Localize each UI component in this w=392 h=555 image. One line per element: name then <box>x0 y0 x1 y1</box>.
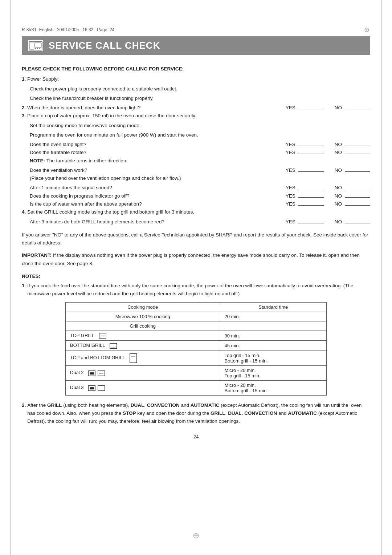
sub-q5-yn: YES NO <box>286 192 370 200</box>
item2-yes-line <box>298 109 324 109</box>
notes-title: NOTES: <box>22 274 370 279</box>
sub-q2-yn: YES NO <box>286 149 370 157</box>
note2-number: 2. <box>22 401 26 426</box>
title-banner: SERVICE CALL CHECK <box>22 36 370 55</box>
item2-no-line <box>345 109 370 109</box>
sub-q4-yn: YES NO <box>286 184 370 192</box>
table-cell-top-bottom-grill-time: Top grill - 15 min. Bottom grill - 15 mi… <box>220 351 326 365</box>
table-cell-grill-time <box>220 321 326 331</box>
item3-sub2: Programme the oven for one minute on ful… <box>22 131 370 139</box>
table-row-dual3: Dual 3 ■■ ⎯⎯ Micro - 20 min. Bottom gril… <box>66 380 327 395</box>
note2-body: After the GRILL (using both heating elem… <box>27 401 370 426</box>
sub-q6-text: Is the cup of water warm after the above… <box>30 200 286 208</box>
item4-sub: After 3 minutes do both GRILL heating el… <box>22 218 370 226</box>
cooking-table: Cooking mode Standard time Microwave 100… <box>65 302 327 395</box>
sub-q3-yn: YES NO <box>286 166 370 174</box>
service-note-text: If you answer "NO" to any of the above q… <box>22 232 368 246</box>
table-row-bottom-grill: BOTTOM GRILL ⎯⎯ 45 min. <box>66 341 327 351</box>
microwave-svg <box>29 41 42 50</box>
footer-crosshair-icon: ⊕ <box>193 531 199 540</box>
sub-q5: Does the cooking in progress indicator g… <box>22 192 370 200</box>
page-border-right <box>381 0 382 555</box>
header-crosshair-icon <box>363 26 370 33</box>
svg-rect-3 <box>35 48 36 49</box>
sub-q6-yn: YES NO <box>286 200 370 208</box>
important-text: If the display shows nothing even if the… <box>22 252 360 266</box>
page-border-left <box>10 0 11 555</box>
page-title: SERVICE CALL CHECK <box>49 40 160 51</box>
svg-rect-1 <box>30 42 34 49</box>
item3-label: Place a cup of water (approx. 150 ml) in… <box>27 113 196 118</box>
sub-q2: Does the turntable rotate? YES NO <box>22 149 370 157</box>
note1: 1. If you cook the food over the standar… <box>22 282 370 298</box>
item3-sub1: Set the cooking mode to microwave cookin… <box>22 122 370 130</box>
note2-automatic: AUTOMATIC <box>191 402 220 408</box>
page-number: 24 <box>22 434 370 439</box>
table-row-top-bottom-grill: TOP and BOTTOM GRILL ⋯⋯⎯⎯ Top grill - 15… <box>66 351 327 365</box>
sub-q1-text: Does the oven lamp light? <box>30 141 286 149</box>
table-cell-top-grill-time: 30 min. <box>220 331 326 341</box>
table-cell-top-bottom-grill-mode: TOP and BOTTOM GRILL ⋯⋯⎯⎯ <box>66 351 220 365</box>
check-item-1: 1. Power Supply: <box>22 75 370 83</box>
item2-yes: YES <box>286 104 324 112</box>
table-cell-microwave-time: 20 min. <box>220 312 326 321</box>
svg-rect-2 <box>35 42 41 48</box>
table-row-microwave: Microwave 100 % cooking 20 min. <box>66 312 327 321</box>
table-row-top-grill: TOP GRILL ⋯⋯ 30 min. <box>66 331 327 341</box>
table-cell-dual3-mode: Dual 3 ■■ ⎯⎯ <box>66 380 220 395</box>
table-cell-top-grill-mode: TOP GRILL ⋯⋯ <box>66 331 220 341</box>
table-cell-grill-label: Grill cooking <box>66 321 220 331</box>
sub-q4: After 1 minute does the signal sound? YE… <box>22 184 370 192</box>
note-label: NOTE: <box>30 158 45 163</box>
sub-q2-text: Does the turntable rotate? <box>30 149 286 157</box>
table-cell-bottom-grill-mode: BOTTOM GRILL ⎯⎯ <box>66 341 220 351</box>
item1-label: Power Supply: <box>27 76 59 82</box>
service-note-para: If you answer "NO" to any of the above q… <box>22 231 370 247</box>
item1-sub2: Check the line fuse/circuit breaker is f… <box>22 94 370 102</box>
table-cell-dual2-mode: Dual 2 ■■ ⋯⋯ <box>66 365 220 380</box>
item4-sub-text: After 3 minutes do both GRILL heating el… <box>30 218 286 226</box>
item2-number: 2. <box>22 105 26 110</box>
top-grill-icon: ⋯⋯ <box>99 333 106 339</box>
note1-body: If you cook the food over the standard t… <box>27 282 370 298</box>
appliance-icon <box>28 40 43 51</box>
dual3-icon-2: ⎯⎯ <box>98 385 105 391</box>
header-info: R-85ST English 20/01/2005 16:32 Page 24 <box>22 27 114 32</box>
note-turntable: NOTE: The turntable turns in either dire… <box>22 157 370 165</box>
item2-no: NO <box>335 104 370 112</box>
check-heading: PLEASE CHECK THE FOLLOWING BEFORE CALLIN… <box>22 65 370 73</box>
bottom-grill-icon: ⎯⎯ <box>110 343 117 349</box>
page-header: R-85ST English 20/01/2005 16:32 Page 24 <box>22 26 370 33</box>
item4-number: 4. <box>22 209 26 215</box>
item4-label: Set the GRILL cooking mode using the top… <box>27 209 194 215</box>
dual3-icon-1: ■■ <box>88 385 95 391</box>
sub-q1: Does the oven lamp light? YES NO <box>22 141 370 149</box>
item1-sub1: Check the power plug is properly connect… <box>22 85 370 93</box>
item2-label: When the door is opened, does the oven l… <box>27 105 140 110</box>
item3-number: 3. <box>22 113 26 118</box>
check-item-4: 4. Set the GRILL cooking mode using the … <box>22 208 370 216</box>
note2: 2. After the GRILL (using both heating e… <box>22 401 370 426</box>
table-row-grill-header: Grill cooking <box>66 321 327 331</box>
dual2-icon-1: ■■ <box>88 370 95 376</box>
important-para: IMPORTANT: If the display shows nothing … <box>22 251 370 268</box>
sub-q3: Does the ventilation work? YES NO <box>22 166 370 174</box>
note2-convection2: CONVECTION <box>244 410 277 416</box>
note2-grill2: GRILL <box>211 410 225 416</box>
table-cell-dual2-time: Micro - 20 min. Top grill - 15 min. <box>220 365 326 380</box>
sub-q6: Is the cup of water warm after the above… <box>22 200 370 208</box>
table-header-mode: Cooking mode <box>66 303 220 312</box>
ventilation-paren: (Place your hand over the ventilation op… <box>22 174 370 182</box>
table-cell-bottom-grill-time: 45 min. <box>220 341 326 351</box>
note2-dual: DUAL <box>131 402 144 408</box>
check-list: PLEASE CHECK THE FOLLOWING BEFORE CALLIN… <box>22 65 370 226</box>
check-item-2: 2. When the door is opened, does the ove… <box>22 104 370 112</box>
sub-q4-text: After 1 minute does the signal sound? <box>30 184 286 192</box>
note-turntable-text: The turntable turns in either direction. <box>46 158 128 163</box>
sub-q1-yn: YES NO <box>286 141 370 149</box>
table-row-dual2: Dual 2 ■■ ⋯⋯ Micro - 20 min. Top grill -… <box>66 365 327 380</box>
top-bottom-grill-icon: ⋯⋯⎯⎯ <box>130 353 137 363</box>
sub-q3-text: Does the ventilation work? <box>30 166 286 174</box>
note2-stop: STOP <box>123 410 136 416</box>
important-label: IMPORTANT: <box>22 252 52 258</box>
